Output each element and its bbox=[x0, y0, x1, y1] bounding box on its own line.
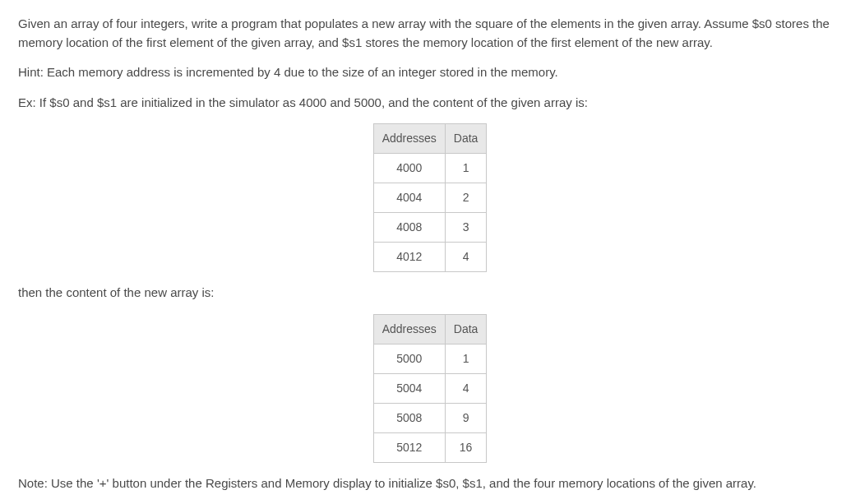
given-array-table: Addresses Data 4000 1 4004 2 4008 3 4012… bbox=[373, 123, 488, 272]
cell-address: 4004 bbox=[373, 183, 445, 213]
table-row: 5008 9 bbox=[373, 403, 487, 432]
cell-data: 1 bbox=[445, 344, 487, 373]
cell-data: 4 bbox=[445, 373, 487, 403]
table-row: 4004 2 bbox=[373, 183, 487, 213]
cell-data: 2 bbox=[445, 183, 487, 213]
problem-note: Note: Use the '+' button under the Regis… bbox=[18, 474, 842, 493]
cell-address: 5004 bbox=[373, 373, 445, 403]
table-row: 5004 4 bbox=[373, 373, 487, 403]
cell-data: 16 bbox=[445, 432, 487, 462]
cell-address: 5000 bbox=[373, 344, 445, 373]
cell-address: 4008 bbox=[373, 213, 445, 243]
cell-address: 4000 bbox=[373, 154, 445, 183]
cell-address: 5008 bbox=[373, 403, 445, 432]
problem-intro: Given an array of four integers, write a… bbox=[18, 15, 842, 52]
cell-address: 5012 bbox=[373, 432, 445, 462]
table-header-row: Addresses Data bbox=[373, 124, 487, 154]
cell-data: 9 bbox=[445, 403, 487, 432]
table-row: 4000 1 bbox=[373, 154, 487, 183]
cell-address: 4012 bbox=[373, 243, 445, 272]
given-array-table-wrap: Addresses Data 4000 1 4004 2 4008 3 4012… bbox=[18, 123, 842, 272]
table-row: 5000 1 bbox=[373, 344, 487, 373]
col-header-addresses: Addresses bbox=[373, 124, 445, 154]
new-array-table-wrap: Addresses Data 5000 1 5004 4 5008 9 5012… bbox=[18, 314, 842, 463]
problem-example-lead: Ex: If $s0 and $s1 are initialized in th… bbox=[18, 94, 842, 113]
table-row: 5012 16 bbox=[373, 432, 487, 462]
table-row: 4012 4 bbox=[373, 243, 487, 272]
col-header-data: Data bbox=[445, 124, 487, 154]
col-header-data: Data bbox=[445, 314, 487, 344]
cell-data: 1 bbox=[445, 154, 487, 183]
problem-hint: Hint: Each memory address is incremented… bbox=[18, 63, 842, 82]
table-row: 4008 3 bbox=[373, 213, 487, 243]
col-header-addresses: Addresses bbox=[373, 314, 445, 344]
cell-data: 4 bbox=[445, 243, 487, 272]
new-array-table: Addresses Data 5000 1 5004 4 5008 9 5012… bbox=[373, 314, 488, 463]
cell-data: 3 bbox=[445, 213, 487, 243]
problem-then-lead: then the content of the new array is: bbox=[18, 284, 842, 303]
table-header-row: Addresses Data bbox=[373, 314, 487, 344]
